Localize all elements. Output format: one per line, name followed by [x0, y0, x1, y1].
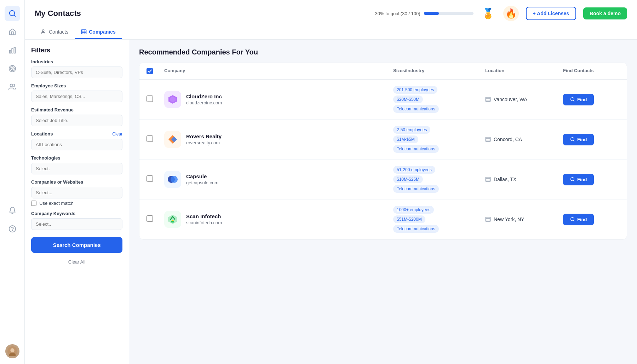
sidebar-icon-target[interactable]	[5, 61, 20, 76]
svg-point-7	[12, 68, 13, 69]
sidebar-icon-search[interactable]	[5, 6, 20, 21]
col-company: Company	[164, 68, 393, 74]
company-keywords-input[interactable]	[31, 218, 122, 230]
svg-point-29	[571, 178, 574, 181]
find-button-3[interactable]: Find	[563, 214, 594, 225]
svg-rect-18	[486, 97, 490, 102]
sidebar-icon-chart[interactable]	[5, 42, 20, 58]
add-licenses-button[interactable]: + Add Licenses	[526, 7, 576, 20]
table-header: Company Sizes/Industry Location Find Con…	[139, 63, 627, 80]
company-name-1: Rovers Realty	[186, 133, 222, 139]
building-icon-1	[485, 137, 491, 142]
progress-bar-fill	[424, 12, 439, 15]
row-checkbox-2[interactable]	[147, 175, 153, 182]
svg-rect-32	[171, 221, 174, 223]
filters-title: Filters	[31, 47, 122, 54]
tag-2-2: Telecommunications	[393, 185, 439, 193]
company-logo-3	[164, 211, 181, 228]
col-find-contacts: Find Contacts	[563, 68, 620, 74]
find-button-1[interactable]: Find	[563, 134, 594, 145]
location-text-2: Dallas, TX	[494, 177, 516, 182]
filter-label-industries: Industries	[31, 59, 53, 64]
exact-match-row: Use exact match	[31, 201, 122, 206]
clear-all-button[interactable]: Clear All	[31, 258, 122, 266]
progress-bar-background	[424, 12, 474, 15]
tags-cell-0: 201-500 employees $20M-$50M Telecommunic…	[393, 86, 485, 113]
company-cell-1: Rovers Realty roversrealty.com	[164, 131, 393, 148]
filters-panel: Filters Industries Employee Sizes Estima…	[25, 40, 129, 364]
sidebar	[0, 0, 25, 364]
book-demo-button[interactable]: Book a demo	[583, 7, 627, 19]
table-row: CloudZero Inc cloudzeroinc.com 201-500 e…	[139, 80, 627, 120]
row-checkbox-3[interactable]	[147, 215, 153, 222]
svg-rect-3	[12, 48, 13, 53]
company-name-2: Capsule	[186, 173, 218, 179]
find-button-2[interactable]: Find	[563, 174, 594, 185]
tag-2-0: 51-200 employees	[393, 166, 435, 174]
find-cell-3: Find	[563, 214, 620, 225]
results-title: Recommended Companies For You	[139, 48, 627, 56]
tab-companies[interactable]: Companies	[75, 25, 122, 39]
header-checkbox-cell	[147, 68, 164, 74]
filter-group-employee-sizes: Employee Sizes	[31, 83, 122, 102]
filter-label-companies-websites: Companies or Websites	[31, 179, 83, 185]
company-domain-2: getcapsule.com	[186, 180, 218, 185]
svg-rect-2	[9, 50, 11, 53]
find-button-0[interactable]: Find	[563, 94, 594, 105]
location-text-1: Concord, CA	[494, 137, 522, 142]
company-info-2: Capsule getcapsule.com	[186, 173, 218, 185]
svg-line-30	[574, 180, 575, 181]
location-cell-0: Vancouver, WA	[485, 97, 563, 102]
svg-point-14	[42, 30, 44, 31]
tag-3-0: 1000+ employees	[393, 206, 434, 214]
svg-rect-33	[486, 217, 490, 221]
tags-cell-1: 2-50 employees $1M-$5M Telecommunication…	[393, 126, 485, 153]
row-checkbox-cell-2	[147, 175, 164, 183]
location-text-0: Vancouver, WA	[494, 97, 527, 102]
tag-0-2: Telecommunications	[393, 105, 439, 113]
industries-input[interactable]	[31, 67, 122, 78]
tag-0-1: $20M-$50M	[393, 96, 423, 103]
user-avatar[interactable]	[5, 344, 19, 358]
table-row: Capsule getcapsule.com 51-200 employees …	[139, 160, 627, 200]
exact-match-checkbox[interactable]	[31, 201, 36, 206]
tags-cell-2: 51-200 employees $10M-$25M Telecommunica…	[393, 166, 485, 193]
company-logo-0	[164, 91, 181, 108]
tag-3-1: $51M-$200M	[393, 215, 425, 223]
companies-table: Company Sizes/Industry Location Find Con…	[139, 63, 627, 239]
company-cell-2: Capsule getcapsule.com	[164, 171, 393, 188]
sidebar-icon-home[interactable]	[5, 24, 20, 40]
row-checkbox-1[interactable]	[147, 135, 153, 142]
company-info-0: CloudZero Inc cloudzeroinc.com	[186, 93, 222, 105]
sidebar-icon-bell[interactable]	[5, 203, 20, 218]
select-all-checkbox[interactable]	[147, 68, 153, 74]
svg-point-34	[571, 218, 574, 221]
tag-3-2: Telecommunications	[393, 225, 439, 233]
estimated-revenue-input[interactable]	[31, 115, 122, 126]
companies-websites-input[interactable]	[31, 187, 122, 198]
locations-input[interactable]	[31, 139, 122, 150]
filter-label-employee-sizes: Employee Sizes	[31, 83, 66, 88]
filter-label-company-keywords: Company Keywords	[31, 211, 75, 216]
tab-contacts[interactable]: Contacts	[35, 25, 75, 39]
results-panel: Recommended Companies For You Company Si…	[129, 40, 637, 364]
row-checkbox-0[interactable]	[147, 96, 153, 102]
search-companies-button[interactable]: Search Companies	[31, 237, 122, 253]
tag-1-0: 2-50 employees	[393, 126, 430, 134]
tag-1-2: Telecommunications	[393, 145, 439, 153]
company-domain-0: cloudzeroinc.com	[186, 100, 222, 105]
company-info-3: Scan Infotech scaninfotech.com	[186, 213, 222, 225]
tag-2-1: $10M-$25M	[393, 175, 423, 183]
tabs: Contacts Companies	[35, 25, 627, 39]
page-title: My Contacts	[35, 9, 81, 18]
find-cell-0: Find	[563, 94, 620, 105]
technologies-input[interactable]	[31, 163, 122, 174]
find-cell-1: Find	[563, 134, 620, 145]
sidebar-icon-contacts[interactable]	[5, 79, 20, 95]
filter-group-technologies: Technologies	[31, 155, 122, 174]
employee-sizes-input[interactable]	[31, 91, 122, 102]
sidebar-icon-help[interactable]	[5, 221, 20, 237]
svg-point-8	[10, 84, 12, 87]
locations-clear-link[interactable]: Clear	[112, 132, 122, 137]
progress-area: 30% to goal (30 / 100)	[375, 11, 474, 16]
